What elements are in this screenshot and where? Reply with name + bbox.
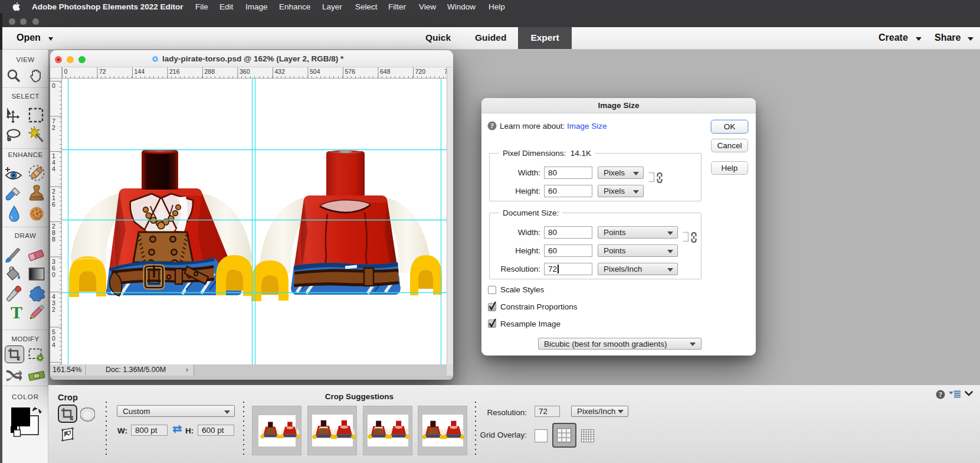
svg-text:216: 216 [169, 68, 180, 75]
svg-text:72: 72 [99, 68, 106, 75]
svg-text:?: ? [490, 122, 494, 130]
svg-text:720: 720 [415, 68, 426, 75]
svg-text:?: ? [939, 390, 942, 399]
svg-text:576: 576 [345, 68, 356, 75]
svg-text:648: 648 [380, 68, 391, 75]
svg-text:4: 4 [52, 341, 55, 348]
svg-text:432: 432 [275, 68, 286, 75]
svg-text:0: 0 [52, 82, 55, 89]
svg-text:2: 2 [52, 124, 55, 131]
svg-text:504: 504 [310, 68, 320, 75]
svg-text:4: 4 [52, 165, 55, 172]
svg-text:0: 0 [64, 68, 68, 75]
svg-text:2: 2 [52, 306, 55, 313]
svg-text:360: 360 [240, 68, 250, 75]
svg-text:144: 144 [135, 68, 145, 75]
svg-text:6: 6 [52, 201, 55, 208]
svg-text:288: 288 [205, 68, 215, 75]
svg-text:0: 0 [52, 271, 55, 278]
svg-text:8: 8 [52, 236, 55, 243]
